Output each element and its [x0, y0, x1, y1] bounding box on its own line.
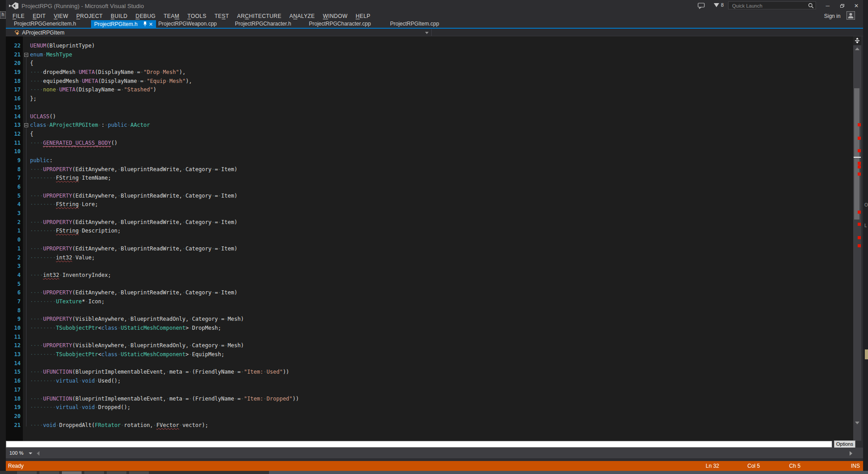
error-marker[interactable]	[858, 244, 861, 247]
scrollbar-thumb[interactable]	[854, 88, 859, 220]
error-marker[interactable]	[858, 149, 861, 152]
tab-projectrpgcharacter.cpp[interactable]: ProjectRPGCharacter.cpp	[309, 20, 371, 28]
menu-team[interactable]: TEAM	[160, 13, 183, 19]
code-line[interactable]: 4····int32·InventoryIndex;	[6, 271, 853, 280]
code-line[interactable]: 11	[6, 333, 853, 342]
error-marker[interactable]	[858, 172, 861, 176]
taskbar-button[interactable]	[17, 471, 37, 474]
tab-projectrpgcharacter.h[interactable]: ProjectRPGCharacter.h	[235, 20, 291, 28]
collapse-icon[interactable]	[24, 123, 28, 127]
code-line[interactable]: 16········virtual·void·Used();	[6, 377, 853, 386]
scroll-right-arrow[interactable]	[850, 451, 852, 456]
code-line[interactable]: 9public:	[6, 156, 853, 165]
error-marker[interactable]	[858, 165, 861, 168]
code-line[interactable]: 3	[6, 209, 853, 218]
error-marker[interactable]	[858, 162, 861, 165]
code-line[interactable]: 17	[6, 386, 853, 395]
code-line[interactable]: 5	[6, 280, 853, 289]
code-line[interactable]: 16};	[6, 95, 853, 103]
tab-projectrpgweapon.cpp[interactable]: ProjectRPGWeapon.cpp	[158, 20, 217, 28]
error-marker[interactable]	[858, 223, 861, 226]
code-line[interactable]: 0	[6, 236, 853, 245]
menu-view[interactable]: VIEW	[50, 13, 72, 19]
menu-help[interactable]: HELP	[352, 13, 374, 19]
editor-splitter-handle[interactable]	[853, 36, 861, 45]
user-avatar[interactable]	[846, 11, 855, 20]
menu-window[interactable]: WINDOW	[319, 13, 352, 19]
code-line[interactable]: 5····UPROPERTY(EditAnywhere,·BlueprintRe…	[6, 192, 853, 201]
code-line[interactable]: 3	[6, 262, 853, 271]
code-line[interactable]: 19····dropedMesh·UMETA(DisplayName·=·"Dr…	[6, 68, 853, 77]
taskbar-button[interactable]	[129, 471, 149, 474]
code-line[interactable]: 19········virtual·void·Dropped();	[6, 403, 853, 412]
taskbar-button[interactable]	[62, 471, 82, 474]
code-line[interactable]: 4········FString·Lore;	[6, 200, 853, 209]
code-line[interactable]: 6····UPROPERTY(EditAnywhere,·BlueprintRe…	[6, 289, 853, 297]
code-line[interactable]: 18····UFUNCTION(BlueprintImplementableEv…	[6, 395, 853, 404]
menu-test[interactable]: TEST	[210, 13, 233, 19]
restore-button[interactable]	[836, 2, 848, 10]
code-line[interactable]: 14UCLASS()	[6, 112, 853, 121]
menu-debug[interactable]: DEBUG	[131, 13, 160, 19]
taskbar-button[interactable]	[84, 471, 104, 474]
code-line[interactable]: 20	[6, 412, 853, 421]
error-marker[interactable]	[858, 236, 861, 239]
taskbar-button[interactable]	[39, 471, 59, 474]
code-line[interactable]: 12{	[6, 130, 853, 139]
code-line[interactable]: 2········int32·Value;	[6, 254, 853, 263]
code-line[interactable]: 15	[6, 103, 853, 112]
navbar-type-dropdown[interactable]: AProjectRPGItem	[22, 30, 65, 36]
code-line[interactable]: 13class·AProjectRPGItem·:·public·AActor	[6, 121, 853, 130]
pin-icon[interactable]	[143, 22, 147, 26]
tab-projectrpgitem.h[interactable]: ProjectRPGItem.h✕	[91, 20, 156, 28]
menu-architecture[interactable]: ARCHITECTURE	[233, 13, 286, 19]
menu-tools[interactable]: TOOLS	[183, 13, 210, 19]
fold-margin[interactable]	[23, 121, 30, 130]
code-line[interactable]: 8····UPROPERTY(EditAnywhere,·BlueprintRe…	[6, 165, 853, 174]
code-line[interactable]: 1····UPROPERTY(EditAnywhere,·BlueprintRe…	[6, 245, 853, 254]
feedback-icon[interactable]	[698, 3, 705, 9]
scroll-down-arrow[interactable]	[855, 422, 859, 424]
code-line[interactable]: 10········TSubobjectPtr<class·UStaticMes…	[6, 324, 853, 333]
collapse-icon[interactable]	[24, 53, 28, 57]
code-line[interactable]: 9····UPROPERTY(VisibleAnywhere,·Blueprin…	[6, 315, 853, 324]
code-line[interactable]: 22UENUM(BlueprintType)	[6, 42, 853, 51]
code-line[interactable]: 21enum·MeshType	[6, 51, 853, 60]
code-line[interactable]: 15····UFUNCTION(BlueprintImplementableEv…	[6, 368, 853, 377]
code-line[interactable]: 2····UPROPERTY(EditAnywhere,·BlueprintRe…	[6, 218, 853, 227]
menu-build[interactable]: BUILD	[107, 13, 131, 19]
taskbar-button[interactable]	[107, 471, 126, 474]
code-line[interactable]: 6	[6, 183, 853, 192]
fold-margin[interactable]	[23, 51, 30, 60]
code-line[interactable]: 7········UTexture*·Icon;	[6, 297, 853, 306]
code-line[interactable]: 12····UPROPERTY(VisibleAnywhere,·Bluepri…	[6, 341, 853, 350]
menu-file[interactable]: FILE	[9, 13, 29, 19]
scroll-up-arrow[interactable]	[855, 47, 859, 50]
horizontal-scrollbar[interactable]	[6, 448, 863, 458]
close-icon[interactable]: ✕	[149, 21, 153, 28]
sign-in-link[interactable]: Sign in	[824, 13, 841, 19]
windows-taskbar[interactable]	[0, 471, 868, 474]
notifications-flag-icon[interactable]	[714, 3, 719, 7]
code-line[interactable]: 17····none·UMETA(DisplayName·=·"Stashed"…	[6, 86, 853, 95]
chevron-down-icon[interactable]	[425, 32, 429, 34]
menu-project[interactable]: PROJECT	[72, 13, 107, 19]
menu-edit[interactable]: EDIT	[29, 13, 50, 19]
code-line[interactable]: 18····equipedMesh·UMETA(DisplayName·=·"E…	[6, 77, 853, 86]
code-line[interactable]: 14	[6, 359, 853, 368]
close-button[interactable]: ✕	[851, 2, 862, 10]
error-marker[interactable]	[858, 137, 861, 140]
code-line[interactable]: 21····void·DroppedAlt(FRotator·rotation,…	[6, 421, 853, 430]
code-line[interactable]: 20{	[6, 59, 853, 68]
code-line[interactable]: 8	[6, 306, 853, 315]
code-line[interactable]: 7········FString·ItemName;	[6, 174, 853, 183]
menu-analyze[interactable]: ANALYZE	[286, 13, 319, 19]
code-line[interactable]: 10	[6, 147, 853, 156]
minimize-button[interactable]: ─	[822, 2, 833, 10]
tab-projectrpgitem.cpp[interactable]: ProjectRPGItem.cpp	[390, 20, 439, 28]
quick-launch-input[interactable]: Quick Launch	[728, 1, 816, 9]
notification-count[interactable]: 8	[721, 2, 724, 8]
code-line[interactable]: 13········TSubobjectPtr<class·UStaticMes…	[6, 350, 853, 359]
error-marker[interactable]	[858, 211, 861, 214]
tab-projectrpggenericitem.h[interactable]: ProjectRPGGenericItem.h	[14, 20, 76, 28]
